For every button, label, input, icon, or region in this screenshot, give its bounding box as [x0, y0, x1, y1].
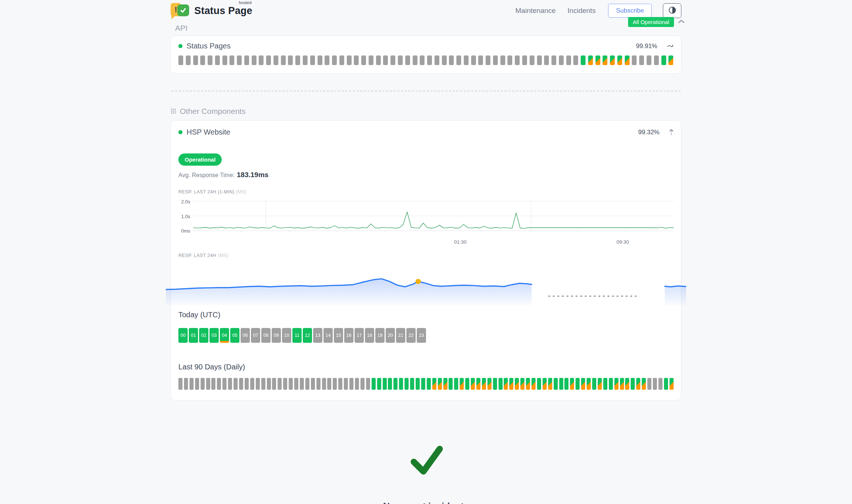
uptime-bar [360, 378, 365, 390]
component-name: HSP Website [187, 128, 230, 136]
uptime-bar [530, 55, 534, 65]
status-dot [178, 130, 182, 134]
uptime-bar [399, 378, 403, 390]
uptime-bar [388, 378, 392, 390]
uptime-bar [625, 55, 630, 65]
uptime-bar [614, 378, 618, 390]
hour-block: 23 [417, 328, 426, 343]
uptime-bar [405, 55, 410, 65]
hour-block: 15 [334, 328, 343, 343]
incidents-footer: No recent incidents To view all past inc… [171, 444, 681, 504]
uptime-bar [416, 378, 420, 390]
uptime-bar [632, 55, 637, 65]
other-components-section: Other Components HSP Website 99.32% Oper… [171, 107, 681, 400]
uptime-bar [344, 378, 348, 390]
uptime-bar [537, 378, 541, 390]
uptime-bar [509, 378, 513, 390]
last90-heading: Last 90 Days (Daily) [178, 363, 674, 371]
uptime-bar [201, 378, 205, 390]
uptime-bar [471, 55, 476, 65]
uptime-bar [208, 55, 212, 65]
hour-block: 00 [178, 328, 188, 343]
hour-block: 05 [230, 328, 239, 343]
uptime-bar [592, 378, 596, 390]
resp-24h-label: RESP. LAST 24H(MS) [178, 253, 674, 258]
hour-block: 21 [396, 328, 405, 343]
uptime-bar [573, 55, 578, 65]
uptime-bar [598, 378, 602, 390]
uptime-bar [522, 55, 527, 65]
uptime-bar [564, 378, 568, 390]
uptime-bar [559, 378, 563, 390]
hour-block: 01 [189, 328, 198, 343]
other-components-title: Other Components [171, 107, 681, 116]
brand-hosted-label: hosted [239, 0, 252, 5]
uptime-bar [515, 55, 520, 65]
uptime-bar [178, 378, 182, 390]
uptime-bar [432, 378, 436, 390]
uptime-bar [537, 55, 542, 65]
uptime-bar [390, 55, 395, 65]
uptime-bar [668, 55, 673, 65]
nav-links: Maintenance Incidents [516, 7, 596, 15]
uptime-bar [544, 55, 549, 65]
uptime-bar [427, 55, 432, 65]
component-row-hsp-website[interactable]: HSP Website 99.32% [171, 128, 681, 136]
uptime-bar [478, 55, 483, 65]
nav-link-incidents[interactable]: Incidents [567, 7, 596, 15]
line-chart-svg [193, 198, 674, 234]
uptime-bar [526, 378, 530, 390]
uptime-bar [316, 378, 321, 390]
uptime-bar [559, 55, 564, 65]
uptime-bar [184, 378, 188, 390]
uptime-bar [464, 55, 469, 65]
uptime-bar [200, 55, 205, 65]
uptime-bar [653, 378, 657, 390]
area-chart-svg [166, 260, 686, 305]
uptime-bar [654, 55, 659, 65]
component-row-status-pages[interactable]: Status Pages 99.91% [178, 42, 674, 50]
uptime-bar [493, 55, 498, 65]
half-circle-theme-icon [668, 6, 676, 15]
theme-toggle-button[interactable] [663, 3, 681, 18]
y-axis-label: 1.0s [178, 214, 190, 219]
hour-block: 13 [313, 328, 322, 343]
uptime-bar [493, 378, 497, 390]
nav-link-maintenance[interactable]: Maintenance [516, 7, 556, 15]
x-axis-tick: 01:30 [454, 239, 467, 245]
hour-block: 03 [209, 328, 219, 343]
uptime-bar [449, 378, 453, 390]
uptime-bar [442, 55, 447, 65]
uptime-bar [398, 55, 403, 65]
uptime-bar [609, 378, 613, 390]
uptime-bar [256, 378, 260, 390]
uptime-bar [267, 378, 271, 390]
brand-logo[interactable]: ! Status Pagehosted [171, 2, 252, 19]
uptime-bar [266, 55, 271, 65]
uptime-bar [372, 378, 376, 390]
grid-icon [171, 107, 176, 116]
uptime-bar [215, 55, 220, 65]
subscribe-button[interactable]: Subscribe [608, 4, 652, 18]
uptime-bar [244, 55, 249, 65]
uptime-bar [551, 55, 556, 65]
operational-badge: Operational [178, 153, 222, 166]
check-bubble-icon [177, 4, 189, 16]
uptime-bar [193, 55, 198, 65]
uptime-bar [259, 55, 264, 65]
api-component-card: Status Pages 99.91% [171, 35, 681, 74]
hour-block: 16 [344, 328, 353, 343]
uptime-bar [435, 55, 439, 65]
uptime-bar [482, 378, 486, 390]
navbar: ! Status Pagehosted Maintenance Incident… [0, 0, 852, 21]
uptime-bar [566, 55, 571, 65]
refresh-icon[interactable] [667, 44, 674, 48]
uptime-bar [195, 378, 199, 390]
uptime-bar [500, 55, 505, 65]
uptime-bar [274, 55, 278, 65]
uptime-bar [460, 378, 464, 390]
uptime-bar [670, 378, 674, 390]
hour-block: 12 [303, 328, 312, 343]
collapse-arrow-icon[interactable] [669, 129, 674, 136]
hour-block: 22 [406, 328, 416, 343]
